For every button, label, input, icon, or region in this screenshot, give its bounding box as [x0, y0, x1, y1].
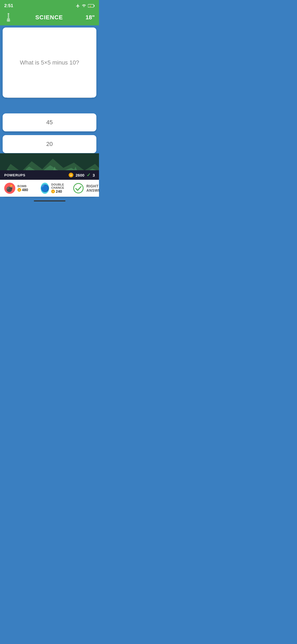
category-title: SCIENCE — [35, 14, 63, 21]
powerups-label: POWERUPS — [4, 173, 25, 177]
home-indicator — [34, 200, 65, 201]
double-chance-cost: e 240 — [51, 189, 67, 194]
powerups-bar: POWERUPS e 2600 ✓ 3 — [0, 170, 99, 180]
svg-point-6 — [8, 20, 9, 21]
main-content: What is 5×5 minus 10? 45 20 15 30 — [0, 25, 99, 203]
question-card-stack: What is 5×5 minus 10? — [3, 27, 96, 98]
correct-count: 3 — [93, 173, 95, 177]
powerups-tray: 💣 BOMB e 480 🔵 DOUBLE CHANCE e — [0, 180, 99, 197]
bomb-info: BOMB e 480 — [17, 185, 28, 192]
app-header: SCIENCE 18" — [0, 12, 99, 25]
battery-icon: ⚡ — [88, 4, 95, 8]
wifi-icon — [82, 4, 86, 8]
svg-rect-1 — [94, 5, 95, 7]
status-icons: ⚡ — [76, 4, 95, 8]
bomb-cost-value: 480 — [22, 188, 28, 192]
score-display: 2600 — [76, 173, 84, 177]
svg-text:⚡: ⚡ — [89, 5, 92, 7]
question-card: What is 5×5 minus 10? — [3, 27, 96, 98]
bomb-name: BOMB — [17, 185, 28, 188]
right-answer-label: RIGHT ANSWER — [86, 184, 99, 192]
powerups-score-section: e 2600 ✓ 3 — [69, 172, 95, 178]
double-chance-powerup[interactable]: 🔵 DOUBLE CHANCE e 240 — [41, 183, 67, 194]
coin-icon: e — [69, 173, 73, 177]
right-answer-check-icon — [73, 183, 84, 194]
answer-option-2[interactable]: 20 — [3, 135, 96, 153]
bomb-coin-icon: e — [17, 188, 21, 192]
bomb-icon: 💣 — [4, 183, 15, 194]
right-answer-powerup[interactable]: RIGHT ANSWER — [73, 183, 99, 194]
airplane-icon — [76, 4, 80, 8]
double-chance-info: DOUBLE CHANCE e 240 — [51, 183, 67, 194]
bomb-powerup[interactable]: 💣 BOMB e 480 — [4, 183, 28, 194]
timer-display: 18" — [86, 14, 95, 21]
svg-rect-5 — [8, 14, 9, 19]
double-chance-name: DOUBLE CHANCE — [51, 183, 67, 189]
status-time: 2:51 — [4, 3, 13, 8]
status-bar: 2:51 ⚡ — [0, 0, 99, 12]
question-text: What is 5×5 minus 10? — [15, 54, 84, 71]
test-tube-icon — [4, 13, 13, 22]
svg-point-15 — [74, 183, 83, 193]
double-chance-cost-value: 240 — [56, 189, 62, 194]
answer-option-1[interactable]: 45 — [3, 113, 96, 131]
double-chance-icon: 🔵 — [41, 183, 49, 194]
correct-checkmark: ✓ — [87, 172, 91, 178]
double-chance-coin-icon: e — [51, 190, 55, 193]
bomb-cost: e 480 — [17, 188, 28, 192]
